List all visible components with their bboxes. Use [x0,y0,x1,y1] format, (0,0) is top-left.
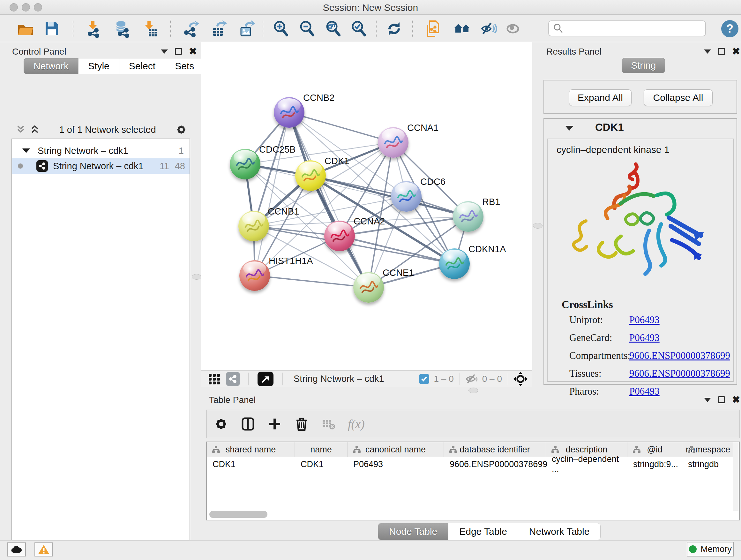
tab-network[interactable]: Network [23,58,78,74]
node-ccne1[interactable] [353,272,384,303]
zoom-selected-button[interactable] [349,19,368,38]
crosslink-value-link[interactable]: P06493 [629,314,660,325]
export-image-button[interactable] [238,19,257,38]
close-panel-icon[interactable]: ✖ [189,48,197,55]
table-cell[interactable]: P06493 [347,457,444,471]
create-column-icon[interactable] [267,417,282,431]
bundle-homes-button[interactable] [453,19,471,38]
left-splitter-handle[interactable] [192,274,201,280]
node-cdk1[interactable] [295,160,326,191]
crosslink-value-link[interactable]: 9606.ENSP00000378699 [629,350,730,361]
warning-button[interactable] [35,543,53,557]
search-field[interactable] [548,20,706,37]
network-row-selected[interactable]: String Network – cdk1 11 48 [12,159,190,174]
panel-menu-icon[interactable] [704,398,711,402]
birdseye-view-icon[interactable] [258,372,273,386]
node-cdkn1a[interactable] [439,248,470,279]
node-cdc6[interactable] [391,181,421,212]
export-network-button[interactable] [182,19,200,38]
tab-style[interactable]: Style [78,58,119,74]
expand-all-button[interactable]: Expand All [569,89,631,106]
zoom-in-button[interactable] [272,19,290,38]
float-panel-icon[interactable] [718,396,725,403]
show-columns-icon[interactable] [241,417,255,431]
panel-menu-icon[interactable] [704,50,711,54]
table-horizontal-scrollbar[interactable] [209,511,730,518]
collapse-all-button[interactable]: Collapse All [644,89,713,106]
edge-CCNE1-HIST1H1A[interactable] [255,275,368,287]
collection-expander-icon[interactable] [22,148,30,153]
panel-menu-icon[interactable] [161,50,168,54]
right-splitter-handle[interactable] [533,223,542,229]
scrollbar-thumb[interactable] [209,511,267,518]
network-collection-row[interactable]: String Network – cdk1 1 [12,143,190,159]
share-network-icon[interactable] [226,372,240,386]
edge-CCNB2-CCNA1[interactable] [289,112,393,142]
horizontal-splitter-handle[interactable] [468,388,478,393]
collapse-all-icon[interactable] [15,125,26,134]
table-cell[interactable]: 9606.ENSP00000378699 [444,457,546,471]
node-ccna2[interactable] [324,221,355,251]
delete-column-icon[interactable] [294,417,309,431]
network-options-gear-icon[interactable] [175,123,188,136]
node-table[interactable]: shared nameCDK1nameCDK1 canonical nameP0… [206,442,740,520]
refresh-view-button[interactable] [385,19,403,38]
tab-node-table[interactable]: Node Table [378,523,448,540]
hidden-counts: 0 – 0 [482,374,502,384]
crosslink-value-link[interactable]: P06493 [629,332,660,343]
table-vertical-scrollbar[interactable] [733,442,738,511]
memory-button[interactable]: Memory [687,542,734,557]
search-input[interactable] [563,23,705,34]
table-cell[interactable]: cyclin–dependent ... [546,457,627,471]
column-header-shared-name[interactable]: shared name [207,442,295,457]
node-ccna1[interactable] [378,127,408,158]
table-cell[interactable]: stringdb [682,457,734,471]
tab-sets[interactable]: Sets [165,58,204,74]
tab-edge-table[interactable]: Edge Table [448,523,518,540]
export-table-button[interactable] [210,19,229,38]
network-view-canvas[interactable]: CCNB2 CCNA1 CDC25B CDK1 CDC6 RB1 [201,42,532,370]
help-button[interactable]: ? [721,20,738,37]
show-graphics-details-button[interactable] [503,19,522,38]
zoom-out-button[interactable] [298,19,316,38]
column-header-database-identifier[interactable]: database identifier [444,442,546,457]
tab-select[interactable]: Select [119,58,165,74]
pan-crosshair-icon[interactable] [513,371,529,387]
table-cell[interactable]: CDK1 [295,457,347,471]
hidden-eye-icon[interactable] [464,373,478,385]
column-header-name[interactable]: name [295,442,347,457]
crosslink-value-link[interactable]: P06493 [629,386,660,397]
section-collapse-icon[interactable] [565,126,574,131]
grid-view-icon[interactable] [208,373,221,385]
toolbar-separator [170,20,171,37]
crosslink-value-link[interactable]: 9606.ENSP00000378699 [629,368,730,379]
node-cdc25b[interactable] [230,149,260,179]
float-panel-icon[interactable] [718,48,725,55]
node-hist1h1a[interactable] [239,260,270,291]
expand-all-icon[interactable] [29,125,40,134]
open-session-button[interactable] [16,19,35,38]
table-cell[interactable]: stringdb:9... [627,457,682,471]
tab-string[interactable]: String [622,58,665,73]
column-header--id[interactable]: @id [627,442,682,457]
close-panel-icon[interactable]: ✖ [732,48,740,55]
table-settings-gear-icon[interactable] [214,417,228,431]
cloud-status-button[interactable] [7,543,26,557]
column-header-canonical-name[interactable]: canonical name [347,442,444,457]
node-ccnb1[interactable] [239,211,269,241]
zoom-fit-button[interactable] [324,19,342,38]
string-import-button[interactable] [425,19,443,38]
import-network-file-button[interactable] [84,19,103,38]
float-panel-icon[interactable] [175,48,182,55]
import-table-file-button[interactable] [141,19,159,38]
close-panel-icon[interactable]: ✖ [732,396,740,403]
node-rb1[interactable] [453,201,483,232]
tab-network-table[interactable]: Network Table [518,523,601,540]
column-header-namespace[interactable]: namespace [682,442,734,457]
table-cell[interactable]: CDK1 [207,457,295,471]
node-ccnb2[interactable] [274,97,305,128]
hide-selected-button[interactable] [479,19,497,38]
import-network-database-button[interactable] [113,19,131,38]
save-session-button[interactable] [43,19,61,38]
selected-checkbox-icon[interactable] [419,374,429,384]
